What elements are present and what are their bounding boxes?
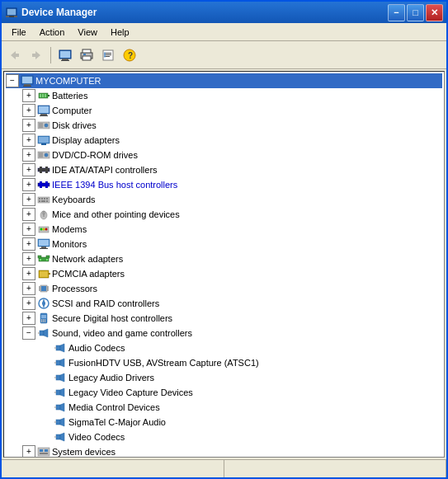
svg-rect-47 bbox=[45, 167, 48, 173]
tree-icon-modems bbox=[37, 223, 50, 236]
expand-btn-network-adapters[interactable]: + bbox=[22, 252, 35, 265]
tree-item-modems[interactable]: +Modems bbox=[6, 222, 442, 237]
menu-view[interactable]: View bbox=[71, 26, 104, 39]
expand-btn-dvd-cd-rom[interactable]: + bbox=[22, 148, 35, 162]
tree-item-mice[interactable]: +Mice and other pointing devices bbox=[6, 207, 442, 222]
properties-button[interactable] bbox=[98, 45, 118, 65]
expand-btn-pcmcia[interactable]: + bbox=[22, 267, 35, 280]
svg-rect-12 bbox=[83, 56, 91, 60]
tree-label-media-control: Media Control Devices bbox=[68, 402, 160, 412]
menu-bar: File Action View Help bbox=[2, 23, 446, 41]
tree-label-computer2: Computer bbox=[52, 106, 92, 115]
svg-point-73 bbox=[40, 259, 41, 261]
tree-item-display-adapters[interactable]: +Display adapters bbox=[6, 133, 442, 148]
svg-rect-37 bbox=[39, 123, 43, 128]
svg-rect-49 bbox=[40, 181, 42, 188]
expand-btn-monitors[interactable]: + bbox=[22, 237, 35, 251]
expand-btn-batteries[interactable]: + bbox=[22, 89, 35, 102]
expand-btn-disk-drives[interactable]: + bbox=[22, 119, 35, 132]
tree-label-video-codecs: Video Codecs bbox=[68, 432, 125, 442]
expand-btn-keyboards[interactable]: + bbox=[22, 193, 35, 206]
tree-item-legacy-video[interactable]: Legacy Video Capture Devices bbox=[6, 385, 442, 400]
tree-item-monitors[interactable]: +Monitors bbox=[6, 237, 442, 251]
expand-btn-display-adapters[interactable]: + bbox=[22, 134, 35, 147]
svg-marker-4 bbox=[11, 51, 19, 59]
svg-rect-104 bbox=[54, 377, 56, 378]
svg-rect-30 bbox=[42, 94, 44, 97]
expand-btn-computer[interactable]: − bbox=[6, 74, 19, 87]
tree-item-sd-host[interactable]: +Secure Digital host controllers bbox=[6, 311, 442, 326]
tree-label-pcmcia: PCMCIA adapters bbox=[52, 269, 125, 279]
svg-rect-35 bbox=[40, 115, 48, 116]
svg-rect-116 bbox=[54, 436, 56, 438]
expand-btn-system-devices[interactable]: + bbox=[22, 445, 35, 458]
expand-btn-ide-ata[interactable]: + bbox=[22, 163, 35, 176]
close-button[interactable]: ✕ bbox=[426, 4, 443, 21]
tree-item-keyboards[interactable]: +Keyboards bbox=[6, 192, 442, 207]
svg-rect-120 bbox=[40, 453, 48, 454]
tree-item-computer[interactable]: −MYCOMPUTER bbox=[6, 73, 442, 88]
expand-btn-processors[interactable]: + bbox=[22, 282, 35, 295]
svg-marker-94 bbox=[44, 329, 48, 337]
back-button[interactable] bbox=[5, 45, 25, 65]
tree-item-fusionhdtv[interactable]: FusionHDTV USB, AVStream Capture (ATSC1) bbox=[6, 355, 442, 370]
svg-rect-98 bbox=[54, 347, 56, 349]
tree-label-network-adapters: Network adapters bbox=[52, 254, 123, 264]
tree-item-video-codecs[interactable]: Video Codecs bbox=[6, 430, 442, 444]
tree-label-mice: Mice and other pointing devices bbox=[52, 209, 180, 219]
svg-rect-31 bbox=[45, 94, 46, 97]
expand-btn-mice[interactable]: + bbox=[22, 208, 35, 221]
tree-item-media-control[interactable]: Media Control Devices bbox=[6, 400, 442, 415]
tree-label-dvd-cd-rom: DVD/CD-ROM drives bbox=[52, 150, 138, 160]
expand-btn-sd-host[interactable]: + bbox=[22, 312, 35, 325]
tree-item-network-adapters[interactable]: +Network adapters bbox=[6, 251, 442, 266]
tree-item-sound-video[interactable]: −Sound, video and game controllers bbox=[6, 326, 442, 340]
svg-rect-101 bbox=[54, 362, 56, 364]
maximize-button[interactable]: □ bbox=[407, 4, 424, 21]
menu-help[interactable]: Help bbox=[104, 26, 136, 39]
svg-rect-7 bbox=[60, 51, 70, 58]
tree-item-processors[interactable]: +Processors bbox=[6, 281, 442, 296]
svg-marker-109 bbox=[60, 403, 64, 411]
svg-rect-93 bbox=[40, 331, 44, 336]
tree-icon-mice bbox=[37, 208, 50, 221]
menu-action[interactable]: Action bbox=[33, 26, 72, 39]
svg-rect-77 bbox=[48, 273, 50, 275]
tree-item-scsi[interactable]: +SCSI and RAID controllers bbox=[6, 296, 442, 311]
tree-item-dvd-cd-rom[interactable]: +DVD/CD-ROM drives bbox=[6, 148, 442, 162]
svg-rect-90 bbox=[41, 319, 42, 322]
svg-rect-28 bbox=[48, 95, 50, 96]
forward-button[interactable] bbox=[26, 45, 46, 65]
expand-btn-computer2[interactable]: + bbox=[22, 104, 35, 117]
tree-icon-display-adapters bbox=[37, 134, 50, 147]
svg-rect-79 bbox=[41, 286, 46, 291]
tree-label-processors: Processors bbox=[52, 284, 97, 294]
tree-item-computer2[interactable]: +Computer bbox=[6, 103, 442, 118]
minimize-button[interactable]: − bbox=[388, 4, 405, 21]
tree-item-disk-drives[interactable]: +Disk drives bbox=[6, 118, 442, 133]
tree-item-legacy-audio[interactable]: Legacy Audio Drivers bbox=[6, 370, 442, 385]
print-button[interactable] bbox=[77, 45, 97, 65]
menu-file[interactable]: File bbox=[5, 26, 33, 39]
tree-item-batteries[interactable]: +Batteries bbox=[6, 88, 442, 103]
content-area: −MYCOMPUTER+Batteries+Computer+Disk driv… bbox=[2, 69, 446, 459]
expand-btn-sound-video[interactable]: − bbox=[22, 326, 35, 340]
tree-item-ide-ata[interactable]: +IDE ATA/ATAPI controllers bbox=[6, 162, 442, 177]
tree-item-ieee-1394[interactable]: +IEEE 1394 Bus host controllers bbox=[6, 177, 442, 192]
tree-icon-media-control bbox=[54, 401, 67, 414]
device-tree[interactable]: −MYCOMPUTER+Batteries+Computer+Disk driv… bbox=[3, 71, 445, 458]
tree-item-system-devices[interactable]: +System devices bbox=[6, 444, 442, 458]
tree-item-sigmatel[interactable]: SigmaTel C-Major Audio bbox=[6, 415, 442, 430]
svg-rect-68 bbox=[41, 247, 46, 248]
device-manager-button[interactable] bbox=[55, 45, 75, 65]
tree-item-pcmcia[interactable]: +PCMCIA adapters bbox=[6, 266, 442, 281]
window-icon bbox=[5, 6, 18, 19]
tree-label-scsi: SCSI and RAID controllers bbox=[52, 298, 159, 308]
help-button[interactable]: ? bbox=[120, 45, 139, 65]
expand-btn-ieee-1394[interactable]: + bbox=[22, 178, 35, 191]
expand-btn-modems[interactable]: + bbox=[22, 223, 35, 236]
svg-rect-118 bbox=[40, 449, 43, 452]
tree-item-audio-codecs[interactable]: Audio Codecs bbox=[6, 340, 442, 355]
expand-btn-scsi[interactable]: + bbox=[22, 297, 35, 310]
svg-marker-115 bbox=[60, 433, 64, 441]
